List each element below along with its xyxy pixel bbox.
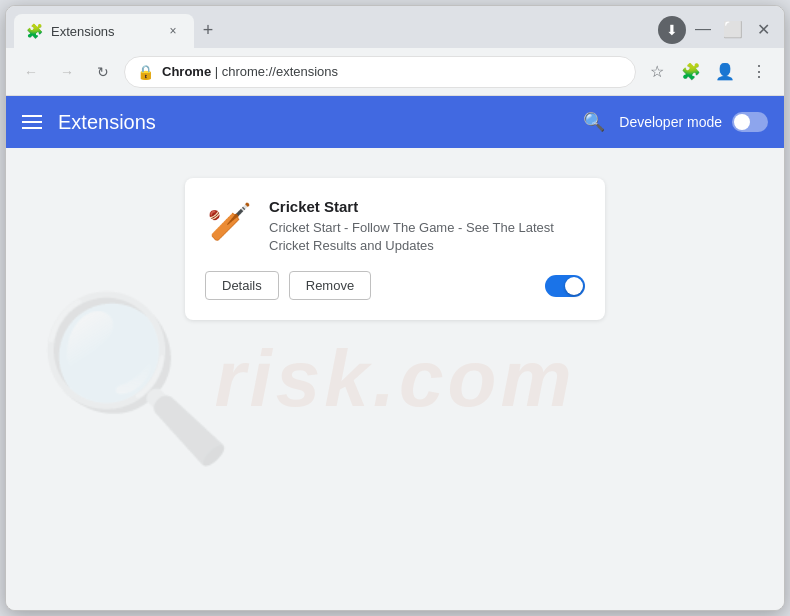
omnibox-url: Chrome | chrome://extensions [162, 64, 623, 79]
minimize-button[interactable]: — [690, 16, 716, 42]
omnibox-path: chrome://extensions [222, 64, 338, 79]
extensions-search-button[interactable]: 🔍 [579, 107, 609, 137]
download-indicator[interactable]: ⬇ [658, 16, 686, 44]
extension-card: 🏏 Cricket Start Cricket Start - Follow T… [185, 178, 605, 320]
watermark-text: risk.com [214, 333, 575, 425]
tab-close-button[interactable]: × [164, 22, 182, 40]
active-tab[interactable]: 🧩 Extensions × [14, 14, 194, 48]
reload-button[interactable]: ↻ [88, 57, 118, 87]
extensions-header: Extensions 🔍 Developer mode [6, 96, 784, 148]
extensions-button[interactable]: 🧩 [676, 57, 706, 87]
extension-details-button[interactable]: Details [205, 271, 279, 300]
tab-area: 🧩 Extensions × + [14, 14, 658, 48]
tab-title: Extensions [51, 24, 156, 39]
hamburger-line-1 [22, 115, 42, 117]
extension-card-header: 🏏 Cricket Start Cricket Start - Follow T… [205, 198, 585, 255]
extension-info: Cricket Start Cricket Start - Follow The… [269, 198, 585, 255]
menu-button[interactable]: ⋮ [744, 57, 774, 87]
extension-description: Cricket Start - Follow The Game - See Th… [269, 219, 585, 255]
title-bar: 🧩 Extensions × + ⬇ — ⬜ ✕ [6, 6, 784, 48]
hamburger-menu[interactable] [22, 115, 42, 129]
security-icon: 🔒 [137, 64, 154, 80]
omnibox[interactable]: 🔒 Chrome | chrome://extensions [124, 56, 636, 88]
hamburger-line-2 [22, 121, 42, 123]
extension-enable-toggle[interactable] [545, 275, 585, 297]
omnibox-separator: | [215, 64, 222, 79]
extensions-page-title: Extensions [58, 111, 563, 134]
tab-favicon: 🧩 [26, 23, 43, 39]
forward-button[interactable]: → [52, 57, 82, 87]
extension-name: Cricket Start [269, 198, 585, 215]
extension-icon: 🏏 [205, 198, 253, 246]
close-button[interactable]: ✕ [750, 16, 776, 42]
title-bar-controls: — ⬜ ✕ [690, 16, 776, 42]
extensions-content: 🔍 risk.com 🏏 Cricket Start Cricket Start… [6, 148, 784, 610]
dev-mode-toggle[interactable] [732, 112, 768, 132]
toolbar-icons: ☆ 🧩 👤 ⋮ [642, 57, 774, 87]
extension-card-footer: Details Remove [205, 271, 585, 300]
extension-remove-button[interactable]: Remove [289, 271, 371, 300]
back-button[interactable]: ← [16, 57, 46, 87]
new-tab-button[interactable]: + [194, 16, 222, 44]
omnibox-domain: Chrome [162, 64, 211, 79]
browser-window: 🧩 Extensions × + ⬇ — ⬜ ✕ ← → ↻ 🔒 Chrome … [5, 5, 785, 611]
omnibox-bar: ← → ↻ 🔒 Chrome | chrome://extensions ☆ 🧩… [6, 48, 784, 96]
hamburger-line-3 [22, 127, 42, 129]
maximize-button[interactable]: ⬜ [720, 16, 746, 42]
profile-button[interactable]: 👤 [710, 57, 740, 87]
dev-mode-section: 🔍 Developer mode [579, 107, 768, 137]
dev-mode-label: Developer mode [619, 114, 722, 130]
bookmark-button[interactable]: ☆ [642, 57, 672, 87]
